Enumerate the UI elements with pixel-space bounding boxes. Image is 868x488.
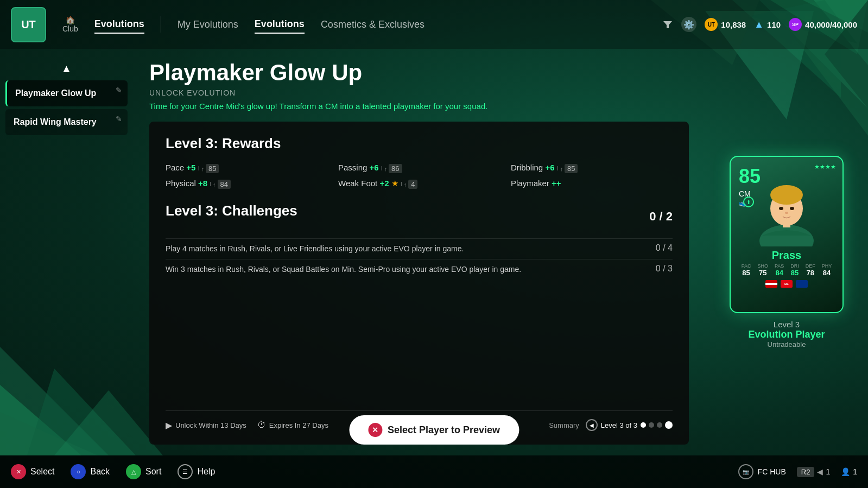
bar-separator-2: ↑ [384, 166, 388, 172]
reward-dribbling-value: 85 [565, 164, 578, 173]
nav-cosmetics[interactable]: Cosmetics & Exclusives [321, 16, 425, 33]
help-btn-label: Help [197, 467, 215, 477]
card-level-label: Level 3 [774, 320, 800, 329]
reward-pace-bar: I ↑ 85 [198, 164, 219, 173]
level-dot-3 [657, 422, 662, 428]
filter-icon[interactable] [662, 19, 673, 30]
bottom-nav-select[interactable]: ✕ Select [11, 464, 54, 479]
card-player-image [746, 165, 827, 246]
bar-separator: ↑ [201, 166, 204, 172]
level-dot-1 [641, 422, 646, 428]
nav-evolutions[interactable]: Evolutions [94, 16, 144, 34]
card-stat-dri: DRI 85 [790, 263, 799, 277]
sort-btn-icon: △ [126, 464, 141, 479]
page-title: Playmaker Glow Up [149, 60, 689, 86]
nav-separator [161, 16, 161, 33]
unlock-label: Unlock Within 13 Days [175, 421, 246, 429]
star-icon: ★ [391, 179, 398, 188]
challenges-total-progress: 0 / 2 [649, 210, 673, 224]
player-card-area: 85 CM 👟 ★★★★ [705, 49, 868, 455]
stat-label-phy: PHY [822, 263, 832, 269]
back-btn-icon: ○ [71, 464, 86, 479]
sidebar-item-playmaker-glow-up[interactable]: Playmaker Glow Up ✎ [5, 80, 128, 106]
sidebar-up-arrow[interactable]: ▲ [0, 60, 133, 78]
reward-dribbling-bar: I ↑ 85 [557, 164, 578, 173]
reward-playmaker: Playmaker ++ [511, 179, 673, 189]
challenge-item-1: Play 4 matches in Rush, Rivals, or Live … [166, 238, 673, 259]
level-label: Level 3 of 3 [601, 421, 637, 429]
nav-count: 1 [826, 467, 830, 476]
bottom-nav-help[interactable]: ☰ Help [178, 464, 215, 479]
nav-evolutions-tab[interactable]: Evolutions [255, 16, 305, 34]
stat-value-def: 78 [807, 269, 814, 277]
challenges-title: Level 3: Challenges [166, 202, 297, 219]
reward-weakfoot-bar: I ↑ 4 [401, 180, 418, 189]
bar-icon-5: I [401, 181, 402, 187]
reward-pace-label: Pace [166, 163, 186, 172]
bottom-nav-right: 📷 FC HUB R2 ◀ 1 👤 1 [738, 464, 857, 479]
reward-passing: Passing +6 I ↑ 86 [338, 163, 500, 173]
panel-bottom-left: ▶ Unlock Within 13 Days ⏱ Expires In 27 … [166, 420, 328, 430]
stat-value-pas: 84 [775, 269, 783, 277]
currency-ut: UT 10,838 [705, 18, 746, 31]
expires-icon: ⏱ [257, 420, 266, 430]
reward-pace-bonus: +5 [186, 163, 195, 172]
level-dot-4 [665, 421, 673, 429]
card-stat-sho: SHO 75 [757, 263, 768, 277]
bar-icon-4: I [210, 181, 211, 187]
bar-icon-3: I [557, 166, 559, 172]
nav-my-evolutions[interactable]: My Evolutions [178, 16, 238, 33]
reward-weakfoot-value: 4 [408, 180, 417, 189]
card-untradeable-label: Untradeable [768, 340, 806, 348]
bottom-nav-back[interactable]: ○ Back [71, 464, 110, 479]
unlock-icon: ▶ [166, 420, 172, 430]
rewards-grid: Pace +5 I ↑ 85 Passing +6 I ↑ 86 [166, 163, 673, 189]
reward-physical-label: Physical [166, 179, 198, 188]
ut-logo: UT [11, 7, 46, 42]
reward-playmaker-bonus: ++ [552, 179, 561, 188]
expires-timer: ⏱ Expires In 27 Days [257, 420, 328, 430]
reward-passing-bonus: +6 [370, 163, 379, 172]
reward-weakfoot-label: Weak Foot [338, 179, 379, 188]
fc-hub-label: FC HUB [758, 467, 786, 476]
flag-austria [765, 280, 777, 288]
summary-label: Summary [549, 421, 579, 429]
shield-icon: ▲ [754, 19, 764, 30]
stat-value-phy: 84 [823, 269, 831, 277]
settings-icon[interactable]: ⚙️ [681, 17, 696, 32]
currency-sp: SP 40,000/40,000 [789, 18, 857, 31]
main-layout: ▲ Playmaker Glow Up ✎ Rapid Wing Mastery… [0, 49, 868, 455]
stat-value-sho: 75 [759, 269, 766, 277]
challenge-progress-1: 0 / 4 [656, 243, 673, 253]
level-dots [641, 421, 673, 429]
sidebar-item-label: Playmaker Glow Up [15, 88, 119, 98]
challenge-item-2: Win 3 matches in Rush, Rivals, or Squad … [166, 259, 673, 280]
svg-marker-15 [663, 21, 672, 28]
stat-value-dri: 85 [791, 269, 799, 277]
r2-nav: R2 ◀ 1 [797, 467, 830, 477]
bottom-nav-sort[interactable]: △ Sort [126, 464, 161, 479]
sidebar-item-icon-2: ✎ [116, 115, 122, 123]
reward-weakfoot: Weak Foot +2 ★ I ↑ 4 [338, 179, 500, 189]
reward-pace-value: 85 [206, 164, 219, 173]
summary-section: Summary ◀ Level 3 of 3 [549, 419, 673, 431]
nav-club[interactable]: 🏠 Club [62, 13, 78, 36]
challenge-text-1: Play 4 matches in Rush, Rivals, or Live … [166, 243, 656, 255]
player-count-value: 1 [853, 467, 857, 476]
sidebar-item-rapid-wing-mastery[interactable]: Rapid Wing Mastery ✎ [5, 109, 128, 135]
flag-bundesliga: BL [781, 280, 793, 288]
stat-label-pac: PAC [742, 263, 751, 269]
sidebar-item-label: Rapid Wing Mastery [14, 117, 119, 127]
reward-passing-label: Passing [338, 163, 370, 172]
reward-physical-value: 84 [218, 180, 231, 189]
page-description: Time for your Centre Mid's glow up! Tran… [149, 102, 689, 111]
player-card: 85 CM 👟 ★★★★ [730, 156, 844, 313]
reward-dribbling-label: Dribbling [511, 163, 545, 172]
card-stat-pas: PAS 84 [775, 263, 784, 277]
stat-label-pas: PAS [775, 263, 784, 269]
level-prev-arrow[interactable]: ◀ [586, 419, 598, 431]
svg-point-21 [790, 207, 794, 210]
evo-indicator: ⬆ [743, 197, 754, 207]
flag-club [796, 280, 808, 288]
select-player-button[interactable]: ✕ Select Player to Preview [349, 415, 519, 445]
